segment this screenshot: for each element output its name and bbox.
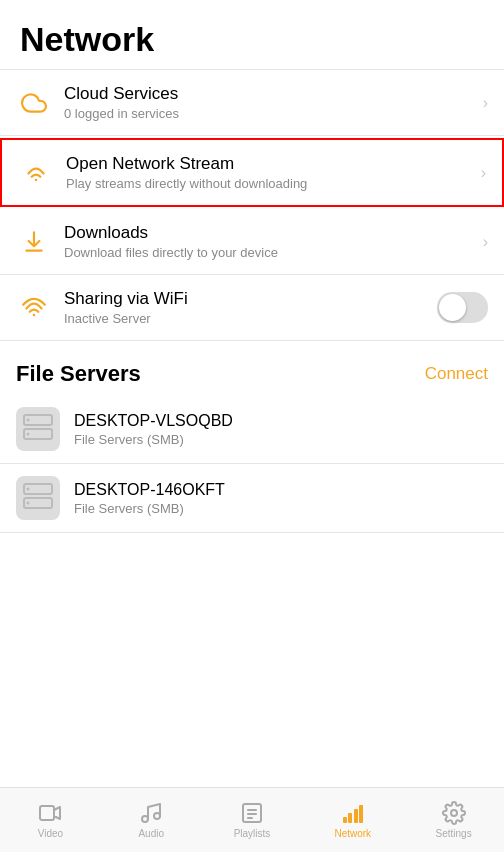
file-servers-list: DESKTOP-VLSOQBD File Servers (SMB) DESKT… <box>0 395 504 533</box>
list-item-subtitle: Download files directly to your device <box>64 245 475 260</box>
svg-rect-10 <box>40 806 54 820</box>
tab-audio[interactable]: Audio <box>101 788 202 852</box>
tab-label-playlists: Playlists <box>234 828 271 839</box>
wifi-sharing-toggle[interactable] <box>437 292 488 323</box>
tab-label-audio: Audio <box>138 828 164 839</box>
server-icon <box>16 407 60 451</box>
tab-label-settings: Settings <box>436 828 472 839</box>
chevron-icon: › <box>481 164 486 182</box>
tab-settings[interactable]: Settings <box>403 788 504 852</box>
network-tab-icon <box>341 801 365 825</box>
server-item[interactable]: DESKTOP-VLSOQBD File Servers (SMB) <box>0 395 504 464</box>
svg-point-0 <box>35 178 38 181</box>
svg-rect-20 <box>359 805 363 823</box>
file-servers-header: File Servers Connect <box>0 341 504 395</box>
svg-point-5 <box>27 433 30 436</box>
tab-label-video: Video <box>38 828 63 839</box>
list-item-subtitle: 0 logged in services <box>64 106 475 121</box>
cloud-icon <box>16 90 52 116</box>
svg-rect-17 <box>343 817 347 823</box>
file-servers-title: File Servers <box>16 361 141 387</box>
list-item-open-network-stream[interactable]: Open Network Stream Play streams directl… <box>0 138 504 207</box>
tab-network[interactable]: Network <box>302 788 403 852</box>
page-header: Network <box>0 0 504 70</box>
list-item-title: Sharing via WiFi <box>64 289 429 309</box>
server-icon <box>16 476 60 520</box>
tab-label-network: Network <box>334 828 371 839</box>
playlists-tab-icon <box>240 801 264 825</box>
tab-video[interactable]: Video <box>0 788 101 852</box>
svg-point-11 <box>142 816 148 822</box>
list-item-title: Open Network Stream <box>66 154 473 174</box>
audio-tab-icon <box>139 801 163 825</box>
svg-point-4 <box>27 419 30 422</box>
tab-playlists[interactable]: Playlists <box>202 788 303 852</box>
video-tab-icon <box>38 801 62 825</box>
list-item-sharing-wifi[interactable]: Sharing via WiFi Inactive Server <box>0 275 504 341</box>
server-name: DESKTOP-146OKFT <box>74 481 225 499</box>
server-type: File Servers (SMB) <box>74 432 233 447</box>
svg-rect-18 <box>348 813 352 823</box>
list-item-downloads[interactable]: Downloads Download files directly to you… <box>0 209 504 275</box>
wifi-icon <box>16 295 52 321</box>
chevron-icon: › <box>483 233 488 251</box>
server-name: DESKTOP-VLSOQBD <box>74 412 233 430</box>
list-item-subtitle: Play streams directly without downloadin… <box>66 176 473 191</box>
network-list-section: Cloud Services 0 logged in services › Op… <box>0 70 504 341</box>
svg-rect-19 <box>354 809 358 823</box>
svg-point-21 <box>451 810 457 816</box>
list-item-title: Cloud Services <box>64 84 475 104</box>
svg-point-8 <box>27 488 30 491</box>
list-item-title: Downloads <box>64 223 475 243</box>
download-icon <box>16 229 52 255</box>
tab-bar: Video Audio Playlists Network Settings <box>0 787 504 852</box>
content-area: Cloud Services 0 logged in services › Op… <box>0 70 504 603</box>
connect-button[interactable]: Connect <box>425 364 488 384</box>
server-type: File Servers (SMB) <box>74 501 225 516</box>
server-item[interactable]: DESKTOP-146OKFT File Servers (SMB) <box>0 464 504 533</box>
list-item-subtitle: Inactive Server <box>64 311 429 326</box>
svg-point-1 <box>33 313 36 316</box>
svg-point-12 <box>154 813 160 819</box>
wifi-stream-icon <box>18 160 54 186</box>
svg-point-9 <box>27 502 30 505</box>
list-item-cloud-services[interactable]: Cloud Services 0 logged in services › <box>0 70 504 136</box>
settings-tab-icon <box>442 801 466 825</box>
chevron-icon: › <box>483 94 488 112</box>
page-title: Network <box>20 20 484 59</box>
